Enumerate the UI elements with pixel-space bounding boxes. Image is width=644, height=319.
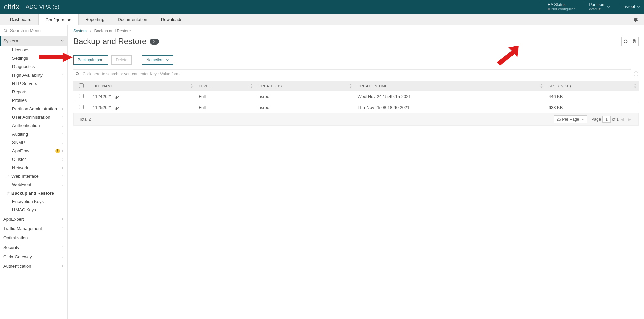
sidebar-item-label: Reports: [12, 89, 28, 94]
sidebar-item-high-availability[interactable]: High Availability: [0, 71, 67, 79]
sidebar-item-partition-administration[interactable]: Partition Administration: [0, 105, 67, 113]
col-size[interactable]: SIZE (IN KB)▲▼: [545, 81, 639, 91]
page-of: of 1: [612, 117, 619, 122]
chevron-right-icon: [61, 141, 64, 144]
sidebar-item-label: Authentication: [3, 264, 31, 269]
sidebar-item-label: Auditing: [12, 132, 28, 137]
backup-import-button[interactable]: Backup/Import: [73, 55, 108, 65]
table-row[interactable]: 11252021.tgzFullnsrootThu Nov 25 08:18:4…: [73, 102, 639, 113]
sidebar-item-network[interactable]: Network: [0, 164, 67, 172]
tab-downloads[interactable]: Downloads: [154, 14, 189, 25]
per-page-dropdown[interactable]: 25 Per Page: [554, 115, 588, 123]
sidebar-item-encryption-keys[interactable]: Encryption Keys: [0, 197, 67, 206]
partition-dropdown[interactable]: Partition default: [584, 2, 610, 12]
chevron-right-icon: [61, 124, 64, 127]
sidebar-item-diagnostics[interactable]: Diagnostics: [0, 62, 67, 71]
cell-creationtime: Wed Nov 24 15:49:15 2021: [354, 91, 545, 102]
tab-dashboard[interactable]: Dashboard: [3, 14, 38, 25]
sidebar-item-label: Citrix Gateway: [3, 254, 32, 259]
sidebar-item-system[interactable]: System: [0, 36, 67, 46]
sidebar-item-appexpert[interactable]: AppExpert: [0, 214, 67, 224]
gear-icon[interactable]: [633, 17, 638, 22]
sidebar-item-user-administration[interactable]: User Administration: [0, 113, 67, 121]
tab-reporting[interactable]: Reporting: [79, 14, 111, 25]
cell-size: 446 KB: [545, 91, 639, 102]
sidebar-item-web-interface[interactable]: ☆Web Interface: [0, 172, 67, 180]
tab-documentation[interactable]: Documentation: [111, 14, 154, 25]
page-current-input[interactable]: 1: [602, 116, 611, 123]
sidebar-item-backup-and-restore[interactable]: ☆Backup and Restore: [0, 189, 67, 197]
sidebar-item-label: AppFlow: [12, 148, 29, 153]
chevron-right-icon: [61, 217, 64, 221]
sidebar-item-reports[interactable]: Reports: [0, 88, 67, 96]
sidebar-item-label: Optimization: [3, 235, 28, 240]
no-action-dropdown[interactable]: No action: [142, 55, 173, 65]
sidebar-item-webfront[interactable]: WebFront: [0, 180, 67, 189]
chevron-right-icon: [61, 74, 64, 77]
sidebar-item-label: Licenses: [12, 47, 29, 52]
select-all-checkbox[interactable]: [79, 83, 84, 88]
star-icon: ☆: [7, 191, 10, 195]
sidebar-item-label: Diagnostics: [12, 64, 35, 69]
prev-page-button[interactable]: ◀: [619, 117, 626, 122]
col-level[interactable]: LEVEL▲▼: [195, 81, 255, 91]
cell-level: Full: [195, 102, 255, 113]
menu-search[interactable]: Search in Menu: [0, 25, 67, 36]
chevron-right-icon: [61, 166, 64, 170]
sidebar-item-label: Encryption Keys: [12, 199, 44, 204]
sidebar-item-snmp[interactable]: SNMP: [0, 138, 67, 147]
chevron-down-icon: [637, 5, 640, 8]
svg-point-2: [76, 72, 78, 75]
table-row[interactable]: 11242021.tgzFullnsrootWed Nov 24 15:49:1…: [73, 91, 639, 102]
backup-table: FILE NAME▲▼ LEVEL▲▼ CREATED BY▲▼ CREATIO…: [73, 81, 639, 113]
cell-createdby: nsroot: [255, 102, 354, 113]
chevron-right-icon: [61, 175, 64, 178]
sidebar-item-label: High Availability: [12, 72, 43, 78]
sidebar-item-citrix-gateway[interactable]: Citrix Gateway: [0, 252, 67, 261]
toolbar: Backup/Import Delete No action: [68, 52, 644, 68]
sidebar-item-authentication[interactable]: Authentication: [0, 261, 67, 271]
sidebar-item-cluster[interactable]: Cluster: [0, 155, 67, 164]
row-checkbox[interactable]: [79, 105, 84, 109]
col-filename[interactable]: FILE NAME▲▼: [89, 81, 195, 91]
tab-configuration[interactable]: Configuration: [38, 14, 79, 25]
save-button[interactable]: [630, 37, 639, 46]
svg-point-6: [636, 72, 636, 73]
page-label: Page: [591, 117, 601, 122]
sidebar-item-label: Network: [12, 165, 28, 170]
sidebar-item-ntp-servers[interactable]: NTP Servers: [0, 79, 67, 88]
sidebar-item-traffic-management[interactable]: Traffic Management: [0, 224, 67, 233]
sidebar-item-security[interactable]: Security: [0, 242, 67, 252]
refresh-button[interactable]: [621, 37, 630, 46]
sidebar-item-auditing[interactable]: Auditing: [0, 130, 67, 138]
delete-button[interactable]: Delete: [111, 55, 132, 65]
chevron-right-icon: [61, 107, 64, 111]
next-page-button[interactable]: ▶: [626, 117, 633, 122]
refresh-icon: [623, 39, 628, 44]
info-icon[interactable]: [633, 71, 639, 77]
sidebar-item-optimization[interactable]: Optimization: [0, 233, 67, 242]
sidebar-item-settings[interactable]: Settings: [0, 54, 67, 62]
sidebar-item-authentication[interactable]: Authentication: [0, 121, 67, 130]
total-value: 2: [89, 117, 91, 122]
breadcrumb-system[interactable]: System: [73, 29, 87, 33]
sidebar: Search in Menu System LicensesSettingsDi…: [0, 25, 68, 319]
sidebar-item-licenses[interactable]: Licenses: [0, 46, 67, 54]
chevron-right-icon: [61, 245, 64, 249]
user-dropdown[interactable]: nsroot: [618, 4, 640, 9]
sidebar-item-appflow[interactable]: AppFlow!: [0, 147, 67, 155]
chevron-right-icon: [61, 264, 64, 268]
sidebar-item-profiles[interactable]: Profiles: [0, 96, 67, 105]
row-checkbox[interactable]: [79, 94, 84, 98]
count-badge: 2: [150, 39, 159, 45]
col-createdby[interactable]: CREATED BY▲▼: [255, 81, 354, 91]
col-creationtime[interactable]: CREATION TIME▲▼: [354, 81, 545, 91]
chevron-right-icon: [61, 227, 64, 230]
table-search-input[interactable]: Click here to search or you can enter Ke…: [73, 69, 631, 78]
sidebar-item-hmac-keys[interactable]: HMAC Keys: [0, 206, 67, 214]
breadcrumb-current: Backup and Restore: [94, 29, 131, 33]
cell-level: Full: [195, 91, 255, 102]
breadcrumb-sep-icon: ›: [90, 29, 91, 33]
sidebar-system-label: System: [3, 38, 18, 44]
warning-icon: !: [55, 149, 60, 153]
